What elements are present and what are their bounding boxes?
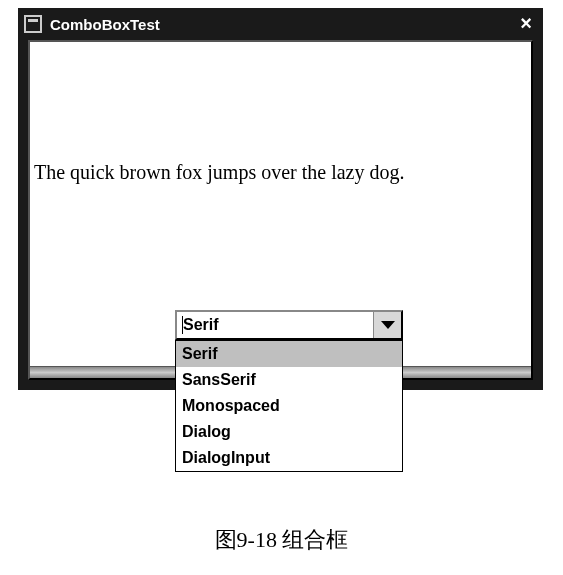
- dropdown-option[interactable]: Serif: [176, 341, 402, 367]
- combobox-arrow-button[interactable]: [373, 312, 401, 338]
- close-button[interactable]: ×: [515, 13, 537, 35]
- text-panel: The quick brown fox jumps over the lazy …: [30, 42, 531, 302]
- system-menu-icon[interactable]: [24, 15, 42, 33]
- combobox-value: Serif: [183, 316, 219, 333]
- chevron-down-icon: [381, 321, 395, 329]
- combobox-dropdown: Serif SansSerif Monospaced Dialog Dialog…: [175, 340, 403, 472]
- figure-caption: 图9-18 组合框: [0, 525, 563, 555]
- dropdown-option[interactable]: Dialog: [176, 419, 402, 445]
- window-frame: ComboBoxTest × The quick brown fox jumps…: [18, 8, 543, 390]
- font-combobox[interactable]: Serif: [175, 310, 403, 340]
- combo-container: Serif: [175, 310, 403, 340]
- sample-text: The quick brown fox jumps over the lazy …: [34, 161, 404, 184]
- dropdown-option[interactable]: DialogInput: [176, 445, 402, 471]
- dropdown-option[interactable]: Monospaced: [176, 393, 402, 419]
- dropdown-option[interactable]: SansSerif: [176, 367, 402, 393]
- text-caret: [182, 316, 183, 334]
- titlebar[interactable]: ComboBoxTest ×: [18, 8, 543, 40]
- combobox-input[interactable]: Serif: [177, 312, 373, 338]
- client-area: The quick brown fox jumps over the lazy …: [28, 40, 533, 380]
- window-title: ComboBoxTest: [50, 16, 515, 33]
